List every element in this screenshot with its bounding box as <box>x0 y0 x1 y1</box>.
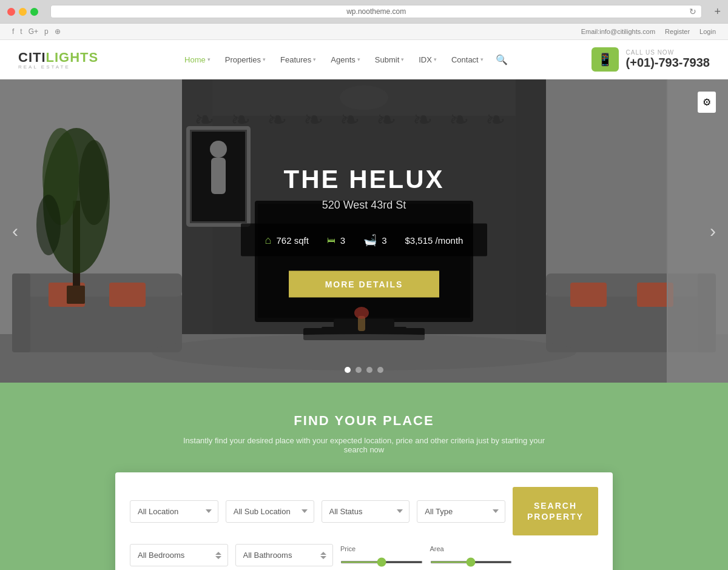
gear-icon: ⚙ <box>703 97 711 107</box>
carousel-dot-3[interactable] <box>366 367 372 373</box>
logo-lights: LIGHTS <box>46 50 99 65</box>
price-range-wrap: Price <box>340 545 423 566</box>
carousel-dot-1[interactable] <box>345 367 351 373</box>
header: CITILIGHTS REAL ESTATE Home ▾ Properties… <box>0 40 728 79</box>
url-text: wp.nootheme.com <box>346 7 406 16</box>
email-link[interactable]: Email:info@citilights.com <box>581 28 655 35</box>
main-nav: Home ▾ Properties ▾ Features ▾ Agents ▾ … <box>178 50 511 69</box>
hero-content: THE HELUX 520 West 43rd St ⌂ 762 sqft 🛏 … <box>0 165 728 298</box>
twitter-icon[interactable]: t <box>20 27 22 36</box>
chevron-down-icon: ▾ <box>434 56 437 62</box>
phone-icon: 📱 <box>592 47 619 72</box>
chevron-down-icon: ▾ <box>263 56 266 62</box>
chevron-down-icon: ▾ <box>480 56 484 62</box>
nav-agents[interactable]: Agents ▾ <box>325 52 366 68</box>
browser-window-controls <box>7 8 38 16</box>
logo[interactable]: CITILIGHTS REAL ESTATE <box>18 50 98 70</box>
rss-icon[interactable]: ⊕ <box>55 27 61 36</box>
facebook-icon[interactable]: f <box>12 27 14 36</box>
close-button[interactable] <box>7 8 15 16</box>
nav-contact[interactable]: Contact ▾ <box>445 52 490 68</box>
hero-settings-button[interactable]: ⚙ <box>698 92 716 113</box>
register-link[interactable]: Register <box>665 28 690 35</box>
status-select[interactable]: All Status <box>322 500 410 523</box>
call-label: CALL US NOW <box>626 49 710 56</box>
search-row-1: All Location All Sub Location All Status… <box>130 487 598 535</box>
bed-icon: 🛏 <box>327 235 335 245</box>
address-bar[interactable]: wp.nootheme.com ↻ <box>50 5 702 18</box>
search-row-2: All Bedrooms All Bathrooms Price Area <box>130 544 598 566</box>
search-heading: FIND YOUR PLACE <box>18 413 710 429</box>
search-box: All Location All Sub Location All Status… <box>115 472 613 570</box>
hero-carousel-dots <box>345 367 383 373</box>
area-range-slider[interactable] <box>430 561 513 563</box>
new-tab-button[interactable]: + <box>714 5 721 18</box>
area-label: Area <box>430 545 513 552</box>
chevron-down-icon: ▾ <box>207 56 211 62</box>
hero-baths: 🛁 3 <box>363 233 386 247</box>
nav-submit[interactable]: Submit ▾ <box>369 52 410 68</box>
hero-beds: 🛏 3 <box>327 235 345 245</box>
hero-stats: ⌂ 762 sqft 🛏 3 🛁 3 $3,515 /month <box>241 224 488 256</box>
area-range-wrap: Area <box>430 545 513 566</box>
phone-text: CALL US NOW (+01)-793-7938 <box>626 49 710 70</box>
search-button[interactable]: 🔍 <box>492 50 511 69</box>
more-details-button[interactable]: MORE DETAILS <box>289 271 440 298</box>
bathrooms-select[interactable]: All Bathrooms <box>235 544 334 566</box>
reload-icon[interactable]: ↻ <box>689 7 696 16</box>
bedrooms-select[interactable]: All Bedrooms <box>130 544 228 566</box>
maximize-button[interactable] <box>30 8 38 16</box>
login-link[interactable]: Login <box>699 28 716 35</box>
price-range-slider[interactable] <box>340 561 423 563</box>
hero-sqft: ⌂ 762 sqft <box>265 233 309 246</box>
hero-price: $3,515 /month <box>405 235 463 245</box>
chevron-down-icon: ▾ <box>401 56 404 62</box>
sub-location-select[interactable]: All Sub Location <box>226 500 314 523</box>
hero-title: THE HELUX <box>0 165 728 194</box>
hero-address: 520 West 43rd St <box>0 199 728 212</box>
logo-citi: CITI <box>18 50 46 65</box>
search-property-button[interactable]: SEARCHPROPERTY <box>513 487 598 535</box>
location-select[interactable]: All Location <box>130 500 218 523</box>
carousel-dot-2[interactable] <box>356 367 362 373</box>
nav-properties[interactable]: Properties ▾ <box>219 52 272 68</box>
phone-cta: 📱 CALL US NOW (+01)-793-7938 <box>592 47 710 72</box>
type-select[interactable]: All Type <box>417 500 505 523</box>
search-section: FIND YOUR PLACE Instantly find your desi… <box>0 383 728 570</box>
googleplus-icon[interactable]: G+ <box>29 27 38 36</box>
social-links: f t G+ p ⊕ <box>12 27 61 36</box>
pinterest-icon[interactable]: p <box>44 27 49 36</box>
chevron-down-icon: ▾ <box>313 56 316 62</box>
nav-idx[interactable]: IDX ▾ <box>413 52 443 68</box>
home-icon: ⌂ <box>265 233 272 246</box>
price-label: Price <box>340 545 423 552</box>
top-bar: f t G+ p ⊕ Email:info@citilights.com Reg… <box>0 24 728 40</box>
chevron-down-icon: ▾ <box>357 56 360 62</box>
carousel-dot-4[interactable] <box>377 367 383 373</box>
bath-icon: 🛁 <box>363 233 377 247</box>
top-bar-actions: Email:info@citilights.com Register Login <box>581 28 716 35</box>
minimize-button[interactable] <box>19 8 27 16</box>
nav-home[interactable]: Home ▾ <box>178 52 217 68</box>
nav-features[interactable]: Features ▾ <box>274 52 322 68</box>
hero-section: ❧ ❧ ❧ ❧ ❧ ❧ ❧ ❧ ❧ <box>0 79 728 383</box>
phone-number[interactable]: (+01)-793-7938 <box>626 56 710 70</box>
search-subtitle: Instantly find your desired place with y… <box>182 436 546 454</box>
